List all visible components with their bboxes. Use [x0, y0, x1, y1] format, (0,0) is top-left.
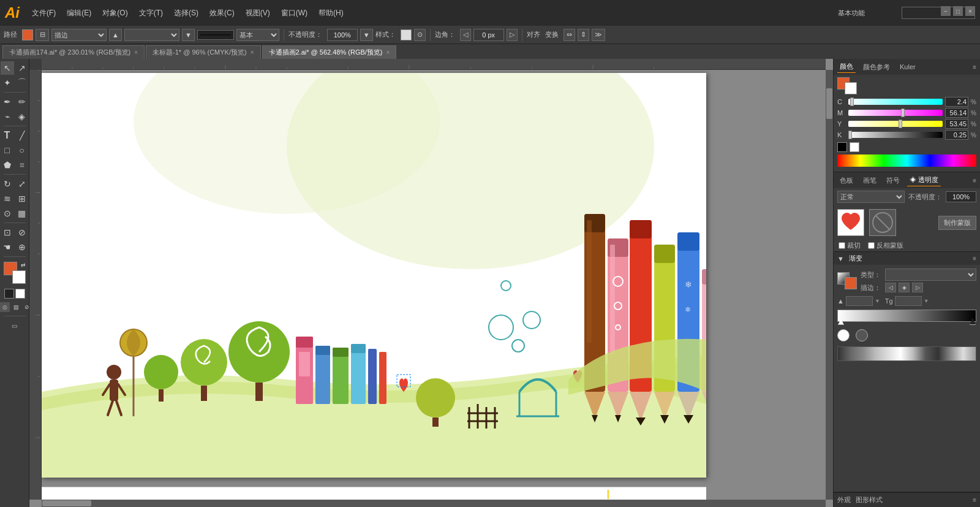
warp-tool[interactable]: ≋ — [1, 192, 14, 205]
slice-tool[interactable]: ⊘ — [15, 226, 29, 239]
paintbucket-tool[interactable]: ⬟ — [1, 158, 14, 172]
gradient-bar-full[interactable] — [837, 346, 976, 361]
c-thumb[interactable] — [850, 97, 854, 106]
draw-mode-btn[interactable]: ▭ — [4, 319, 26, 332]
minimize-button[interactable]: − — [941, 6, 951, 16]
stroke-center-btn[interactable]: ◈ — [899, 283, 910, 292]
menu-text[interactable]: 文字(T) — [134, 6, 168, 21]
blob-brush-tool[interactable]: ⌁ — [1, 110, 14, 123]
eraser-tool[interactable]: ◈ — [15, 110, 29, 123]
stop-circle-dark[interactable] — [856, 329, 868, 341]
k-slider[interactable] — [848, 132, 943, 138]
m-input[interactable] — [945, 108, 968, 118]
tg-input[interactable] — [895, 296, 922, 306]
v-scroll-thumb[interactable] — [826, 88, 832, 119]
brushes-tab[interactable]: 画笔 — [861, 175, 879, 186]
c-input[interactable] — [945, 97, 968, 107]
tg-down-arrow[interactable]: ▼ — [924, 298, 929, 304]
menu-select[interactable]: 选择(S) — [169, 6, 203, 21]
direct-select-tool[interactable]: ↗ — [15, 61, 29, 75]
line-tool[interactable]: ╱ — [15, 129, 29, 142]
ellipse-tool[interactable]: ○ — [15, 143, 29, 157]
gradient-bar[interactable] — [837, 310, 976, 322]
graphic-styles-tab[interactable]: 图形样式 — [856, 495, 883, 505]
workspace-selector[interactable]: 基本功能 — [838, 9, 865, 18]
graph-tool[interactable]: ▦ — [15, 207, 29, 220]
more-btn[interactable]: ≫ — [592, 29, 605, 41]
color-tab[interactable]: 颜色 — [837, 61, 856, 73]
rectangle-tool[interactable]: □ — [1, 143, 14, 157]
symbols-tab[interactable]: 符号 — [884, 175, 902, 186]
horizontal-scrollbar[interactable] — [42, 500, 826, 507]
style-btn[interactable]: ⊙ — [414, 29, 426, 41]
type-tool[interactable]: T — [1, 129, 14, 142]
stroke-swatch-small[interactable] — [15, 289, 25, 299]
color-down-btn[interactable]: ▼ — [182, 29, 195, 41]
up-btn[interactable]: ▲ — [109, 29, 122, 41]
menu-view[interactable]: 视图(V) — [241, 6, 275, 21]
tab-1[interactable]: 卡通插画174.ai* @ 230.01% (RGB/预览) × — [2, 45, 145, 59]
appearance-tab[interactable]: 外观 — [837, 495, 851, 505]
background-swatch[interactable] — [12, 270, 26, 284]
symbol-tool[interactable]: ⊙ — [1, 207, 14, 220]
transparency-panel-collapse[interactable]: ≡ — [973, 177, 976, 184]
opacity-value-input[interactable] — [946, 191, 976, 202]
tab-2-close[interactable]: × — [251, 49, 254, 56]
tab-3-close[interactable]: × — [386, 49, 390, 56]
corner-left-btn[interactable]: ◁ — [460, 29, 471, 41]
k-thumb[interactable] — [848, 131, 852, 139]
corner-input[interactable] — [473, 29, 504, 41]
color-spectrum[interactable] — [837, 154, 976, 167]
scale-tool[interactable]: ⤢ — [15, 177, 29, 191]
gradient-stop-right[interactable] — [970, 319, 976, 325]
magic-wand-tool[interactable]: ✦ — [1, 76, 14, 90]
color-reference-tab[interactable]: 颜色参考 — [861, 61, 892, 73]
fill-swatch-small[interactable] — [4, 289, 14, 299]
bottom-panel-collapse[interactable]: ≡ — [973, 497, 976, 503]
swap-colors-btn[interactable]: ⇄ — [21, 262, 26, 268]
canvas-inner[interactable]: ❄ ❄ — [42, 70, 826, 500]
black-swatch[interactable] — [837, 142, 847, 152]
y-input[interactable] — [945, 119, 968, 129]
h-scroll-thumb[interactable] — [42, 500, 91, 506]
stroke-btn[interactable]: ⊟ — [36, 29, 49, 41]
pen-tool[interactable]: ✒ — [1, 95, 14, 109]
angle-input[interactable] — [846, 296, 873, 306]
stroke-style-select[interactable]: 描边 — [51, 29, 107, 41]
k-input[interactable] — [945, 130, 968, 140]
tab-3[interactable]: 卡通插画2.ai* @ 562.48% (RGB/预览) × — [262, 45, 397, 59]
c-slider[interactable] — [848, 99, 943, 105]
m-thumb[interactable] — [901, 109, 905, 117]
swatches-tab[interactable]: 色板 — [837, 175, 856, 186]
flip-v-btn[interactable]: ⇕ — [578, 29, 589, 41]
white-swatch[interactable] — [850, 142, 859, 152]
layer-thumbnail[interactable] — [837, 209, 864, 236]
fill-color-swatch[interactable] — [22, 29, 33, 40]
bg-color-box[interactable] — [845, 82, 857, 94]
zoom-tool[interactable]: ⊕ — [15, 240, 29, 254]
pencil-tool[interactable]: ✏ — [15, 95, 29, 109]
close-button[interactable]: × — [965, 6, 975, 16]
artboard-tool[interactable]: ⊡ — [1, 226, 14, 239]
transparency-tab[interactable]: ◈ 透明度 — [907, 174, 941, 186]
maximize-button[interactable]: □ — [953, 6, 963, 16]
free-transform-tool[interactable]: ⊞ — [15, 192, 29, 205]
kuler-tab[interactable]: Kuler — [897, 62, 918, 72]
invert-checkbox[interactable] — [868, 242, 875, 249]
stroke-left-btn[interactable]: ◁ — [885, 283, 896, 292]
stop-circle-white[interactable] — [837, 329, 850, 341]
menu-effect[interactable]: 效果(C) — [205, 6, 239, 21]
make-mask-button[interactable]: 制作蒙版 — [938, 216, 976, 230]
eyedropper-tool[interactable]: ⌗ — [15, 158, 29, 172]
menu-object[interactable]: 对象(O) — [97, 6, 132, 21]
gradient-type-select[interactable] — [885, 269, 976, 281]
vertical-scrollbar[interactable] — [826, 70, 833, 500]
menu-help[interactable]: 帮助(H) — [314, 6, 349, 21]
color-select[interactable] — [124, 29, 179, 41]
rotate-tool[interactable]: ↻ — [1, 177, 14, 191]
y-slider[interactable] — [848, 121, 943, 127]
canvas-area[interactable]: ❄ ❄ — [29, 59, 833, 507]
color-mode-btn[interactable]: ◎ — [0, 302, 10, 312]
hand-tool[interactable]: ☚ — [1, 240, 14, 254]
blend-mode-select[interactable]: 正常 — [837, 191, 905, 203]
